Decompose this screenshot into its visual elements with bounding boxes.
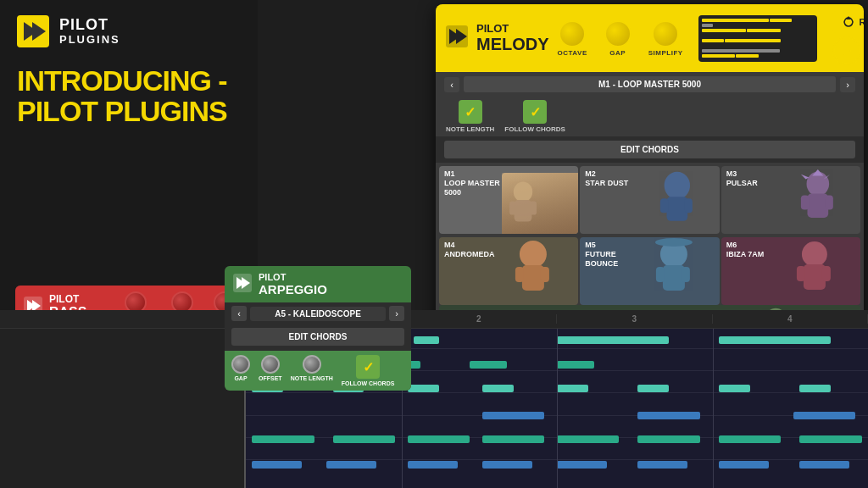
arp-gap-knob[interactable] [231, 355, 250, 374]
roll-timeline: 1 2 3 4 [0, 310, 868, 329]
melody-preset-label: M1 - LOOP MASTER 5000 [464, 76, 836, 92]
m2-label: M2STAR DUST [585, 169, 628, 188]
svg-rect-17 [530, 202, 537, 215]
note-e1 [252, 435, 314, 443]
svg-rect-27 [801, 195, 810, 209]
tl-num-3: 3 [557, 314, 713, 324]
tl-num-2: 2 [402, 314, 558, 324]
note-f8 [799, 461, 849, 469]
svg-point-34 [655, 238, 693, 247]
svg-rect-40 [797, 266, 805, 281]
melody-preset-m1[interactable]: M1LOOP MASTER5000 [439, 166, 578, 234]
melody-preset-m2[interactable]: M2STAR DUST [580, 166, 719, 234]
svg-rect-15 [515, 200, 532, 222]
note-e6 [637, 435, 699, 443]
arp-plugin-pilot: PILOT [259, 272, 327, 282]
melody-preset-m6[interactable]: M6IBIZA 7AM [721, 237, 860, 305]
m1-label: M1LOOP MASTER5000 [444, 169, 500, 197]
arp-preset-label: A5 - KALEIDOSCOPE [250, 307, 386, 321]
svg-point-14 [514, 181, 532, 202]
arp-gap-label: GAP [234, 375, 247, 381]
intro-text: INTRODUCING - PILOT PLUGINS [0, 56, 263, 126]
note-e3 [408, 435, 470, 443]
gap-ctrl: GAP [604, 20, 632, 57]
note-f3 [408, 461, 458, 469]
arp-plugin-name: ARPEGGIO [259, 283, 327, 297]
arp-header: PILOT ARPEGGIO [225, 266, 411, 302]
svg-rect-37 [682, 267, 690, 282]
arp-bottom-bar: GAP OFFSET NOTE LENGTH ✓ FOLLOW CHORDS [225, 351, 411, 391]
arp-next-arrow[interactable]: › [389, 306, 404, 321]
note-length-label: NOTE LENGTH [446, 125, 494, 133]
arp-notelen-label: NOTE LENGTH [291, 375, 333, 381]
brand-pilot: PILOT [59, 17, 120, 34]
note-f6 [637, 461, 687, 469]
note-d2 [637, 412, 699, 419]
note-e2 [333, 435, 395, 443]
arp-follow-label: FOLLOW CHORDS [342, 380, 395, 386]
svg-rect-31 [515, 267, 523, 282]
note-length-check-group: ✓ NOTE LENGTH [446, 100, 494, 133]
arp-plugin-card: PILOT ARPEGGIO ‹ A5 - KALEIDOSCOPE › EDI… [225, 266, 411, 391]
note-e7 [719, 435, 781, 443]
arp-offset-ctrl: OFFSET [259, 355, 282, 386]
octave-ctrl: OCTAVE [558, 20, 587, 57]
melody-play-btn[interactable] [832, 36, 861, 65]
arp-prev-arrow[interactable]: ‹ [231, 306, 247, 321]
melody-header: PILOT MELODY OCTAVE GAP SIMPLIFY [436, 4, 864, 72]
melody-presets-grid-row1: M1LOOP MASTER5000 M2STAR DUST [436, 163, 864, 237]
svg-point-18 [665, 172, 690, 199]
arp-follow-ctrl: ✓ FOLLOW CHORDS [342, 355, 395, 386]
melody-simplify-label: SIMPLIFY [648, 49, 683, 57]
arp-gap-ctrl: GAP [231, 355, 250, 386]
arp-offset-knob[interactable] [261, 355, 280, 374]
intro-line2: PILOT PLUGINS [17, 97, 246, 127]
roll-content [0, 329, 868, 488]
note-e4 [482, 435, 544, 443]
arp-notelen-knob[interactable] [303, 355, 321, 374]
simplify-ctrl: SIMPLIFY [648, 20, 683, 57]
brand-text: PILOT PLUGINS [59, 17, 120, 46]
follow-chords-check[interactable]: ✓ [523, 100, 547, 124]
m6-label: M6IBIZA 7AM [726, 241, 765, 259]
melody-preset-m4[interactable]: M4ANDROMEDA [439, 237, 578, 305]
bottom-piano-roll: 1 2 3 4 [0, 310, 868, 488]
melody-simplify-knob[interactable] [652, 20, 679, 47]
melody-next-arrow[interactable]: › [840, 77, 855, 92]
arp-nav: ‹ A5 - KALEIDOSCOPE › [225, 302, 411, 324]
logo-icon [17, 15, 49, 47]
arp-title: PILOT ARPEGGIO [259, 272, 327, 297]
note-f4 [482, 461, 532, 469]
arp-edit-chords-btn[interactable]: EDIT CHORDS [231, 328, 404, 346]
note-a2 [414, 336, 438, 344]
play-icon [841, 45, 853, 57]
note-a3 [557, 336, 669, 344]
intro-line1: INTRODUCING - [17, 66, 246, 97]
melody-regen-btn[interactable]: REGENERATE [832, 11, 864, 33]
follow-chords-check-group: ✓ FOLLOW CHORDS [504, 100, 565, 133]
note-c4 [482, 385, 514, 392]
svg-rect-36 [656, 267, 665, 282]
svg-marker-13 [843, 47, 851, 55]
note-e5 [557, 435, 619, 443]
brand-plugins: PLUGINS [59, 34, 120, 46]
bar-line-2 [557, 329, 558, 488]
melody-presets-grid-row2: M4ANDROMEDA M5FUTUREBOUNCE [436, 237, 864, 305]
note-f7 [719, 461, 769, 469]
regen-icon [843, 16, 854, 28]
note-c3 [408, 385, 439, 392]
melody-preset-m5[interactable]: M5FUTUREBOUNCE [580, 237, 719, 305]
melody-prev-arrow[interactable]: ‹ [444, 77, 459, 92]
svg-marker-24 [801, 175, 810, 180]
regen-label: REGENERATE [860, 17, 864, 27]
note-c6 [637, 385, 669, 392]
melody-preset-m3[interactable]: M3PULSAR [721, 166, 860, 234]
svg-rect-16 [509, 202, 516, 215]
note-a4 [719, 336, 831, 344]
svg-rect-28 [826, 195, 834, 209]
melody-octave-knob[interactable] [559, 20, 586, 47]
note-length-check[interactable]: ✓ [459, 100, 482, 124]
arp-follow-check[interactable]: ✓ [356, 355, 380, 379]
melody-edit-chords-btn[interactable]: EDIT CHORDS [444, 141, 855, 158]
melody-gap-knob[interactable] [604, 20, 632, 47]
